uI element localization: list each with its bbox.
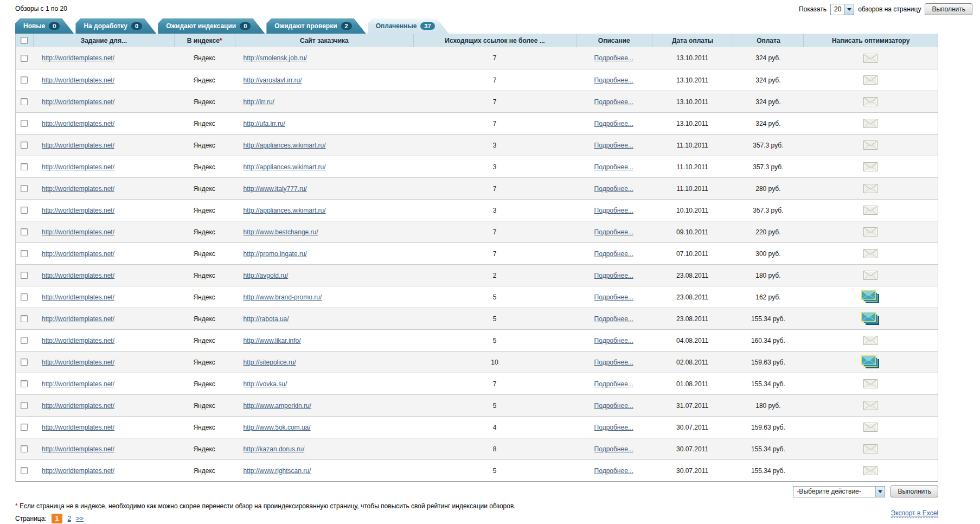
task-link[interactable]: http://worldtemplates.net/ [42,315,114,323]
envelope-icon[interactable] [863,140,877,150]
customer-site-link[interactable]: http://www.italy777.ru/ [244,185,307,193]
task-link[interactable]: http://worldtemplates.net/ [42,207,114,214]
details-link[interactable]: Подробнее... [594,98,633,106]
details-link[interactable]: Подробнее... [594,337,633,344]
envelope-icon[interactable] [863,249,877,258]
task-link[interactable]: http://worldtemplates.net/ [42,163,114,171]
per-page-select[interactable]: 20 [830,4,854,15]
chevron-down-icon[interactable] [875,487,885,497]
customer-site-link[interactable]: http://smolensk.job.ru/ [244,54,307,62]
row-checkbox[interactable] [21,424,28,431]
task-link[interactable]: http://worldtemplates.net/ [42,359,114,366]
row-checkbox[interactable] [21,228,28,235]
customer-site-link[interactable]: http://appliances.wikimart.ru/ [244,142,326,149]
row-checkbox[interactable] [21,120,28,127]
details-link[interactable]: Подробнее... [594,272,633,279]
tab-новые[interactable]: Новые0 [15,18,74,34]
envelope-icon[interactable] [863,162,877,171]
envelopes-stack-icon[interactable] [861,290,880,304]
row-checkbox[interactable] [21,359,28,366]
envelope-icon[interactable] [863,423,877,432]
envelope-icon[interactable] [863,119,877,128]
export-excel-link[interactable]: Экспорт в Excel [891,509,938,517]
envelope-icon[interactable] [863,54,877,63]
row-checkbox[interactable] [21,337,28,344]
envelope-icon[interactable] [863,97,877,106]
envelope-icon[interactable] [863,379,877,388]
row-checkbox[interactable] [21,250,28,257]
customer-site-link[interactable]: http://www.brand-promo.ru/ [244,293,322,301]
envelope-icon[interactable] [863,75,877,85]
customer-site-link[interactable]: http://www.rightscan.ru/ [244,467,311,475]
details-link[interactable]: Подробнее... [594,250,633,258]
customer-site-link[interactable]: http://irr.ru/ [244,98,274,106]
details-link[interactable]: Подробнее... [594,120,633,127]
row-checkbox[interactable] [21,272,28,279]
envelope-icon[interactable] [863,466,877,475]
row-checkbox[interactable] [21,315,28,322]
details-link[interactable]: Подробнее... [594,380,633,388]
details-link[interactable]: Подробнее... [594,142,633,149]
row-checkbox[interactable] [21,163,28,170]
customer-site-link[interactable]: http://rabota.ua/ [244,315,289,323]
customer-site-link[interactable]: http://www.5ok.com.ua/ [244,424,311,431]
customer-site-link[interactable]: http://www.bestchange.ru/ [244,228,318,236]
task-link[interactable]: http://worldtemplates.net/ [42,272,114,279]
task-link[interactable]: http://worldtemplates.net/ [42,380,114,388]
details-link[interactable]: Подробнее... [594,228,633,236]
task-link[interactable]: http://worldtemplates.net/ [42,467,114,475]
row-checkbox[interactable] [21,467,28,474]
envelopes-stack-icon[interactable] [861,312,880,325]
envelope-icon[interactable] [863,184,877,193]
task-link[interactable]: http://worldtemplates.net/ [42,76,114,84]
details-link[interactable]: Подробнее... [594,424,633,431]
row-checkbox[interactable] [21,142,28,149]
row-checkbox[interactable] [21,380,28,387]
task-link[interactable]: http://worldtemplates.net/ [42,293,114,301]
customer-site-link[interactable]: http://yaroslavl.irr.ru/ [244,76,302,84]
task-link[interactable]: http://worldtemplates.net/ [42,54,114,62]
customer-site-link[interactable]: http://www.amperkin.ru/ [244,402,311,410]
customer-site-link[interactable]: http://www.likar.info/ [244,337,301,344]
customer-site-link[interactable]: http://kazan.dorus.ru/ [244,445,305,453]
select-all-checkbox[interactable] [21,37,28,44]
customer-site-link[interactable]: http://promo.ingate.ru/ [244,250,307,258]
customer-site-link[interactable]: http://avgold.ru/ [244,272,289,279]
row-checkbox[interactable] [21,445,28,452]
details-link[interactable]: Подробнее... [594,76,633,84]
row-checkbox[interactable] [21,207,28,214]
task-link[interactable]: http://worldtemplates.net/ [42,402,114,410]
task-link[interactable]: http://worldtemplates.net/ [42,337,114,344]
details-link[interactable]: Подробнее... [594,293,633,301]
row-checkbox[interactable] [21,402,28,409]
task-link[interactable]: http://worldtemplates.net/ [42,250,114,258]
per-page-apply-button[interactable]: Выполнить [925,3,972,15]
row-checkbox[interactable] [21,293,28,301]
tab-на-доработку[interactable]: На доработку0 [75,18,156,34]
envelope-icon[interactable] [863,444,877,453]
details-link[interactable]: Подробнее... [594,402,633,410]
envelopes-stack-icon[interactable] [861,355,880,369]
tab-ожидают-проверки[interactable]: Ожидают проверки2 [266,18,366,34]
customer-site-link[interactable]: http://sitepolice.ru/ [244,359,296,366]
task-link[interactable]: http://worldtemplates.net/ [42,98,114,106]
task-link[interactable]: http://worldtemplates.net/ [42,142,114,149]
envelope-icon[interactable] [863,401,877,410]
envelope-icon[interactable] [863,206,877,215]
details-link[interactable]: Подробнее... [594,315,633,323]
tab-оплаченные[interactable]: Оплаченные37 [368,18,449,34]
details-link[interactable]: Подробнее... [594,185,633,193]
action-select[interactable]: -Выберите действие- [793,486,885,497]
envelope-icon[interactable] [863,271,877,280]
customer-site-link[interactable]: http://appliances.wikimart.ru/ [244,207,326,214]
task-link[interactable]: http://worldtemplates.net/ [42,445,114,453]
customer-site-link[interactable]: http://vovka.su/ [244,380,287,388]
details-link[interactable]: Подробнее... [594,54,633,62]
row-checkbox[interactable] [21,185,28,192]
details-link[interactable]: Подробнее... [594,467,633,475]
task-link[interactable]: http://worldtemplates.net/ [42,185,114,193]
row-checkbox[interactable] [21,98,28,105]
task-link[interactable]: http://worldtemplates.net/ [42,228,114,236]
tab-ожидают-индексации[interactable]: Ожидают индексации0 [158,18,265,34]
envelope-icon[interactable] [863,336,877,345]
